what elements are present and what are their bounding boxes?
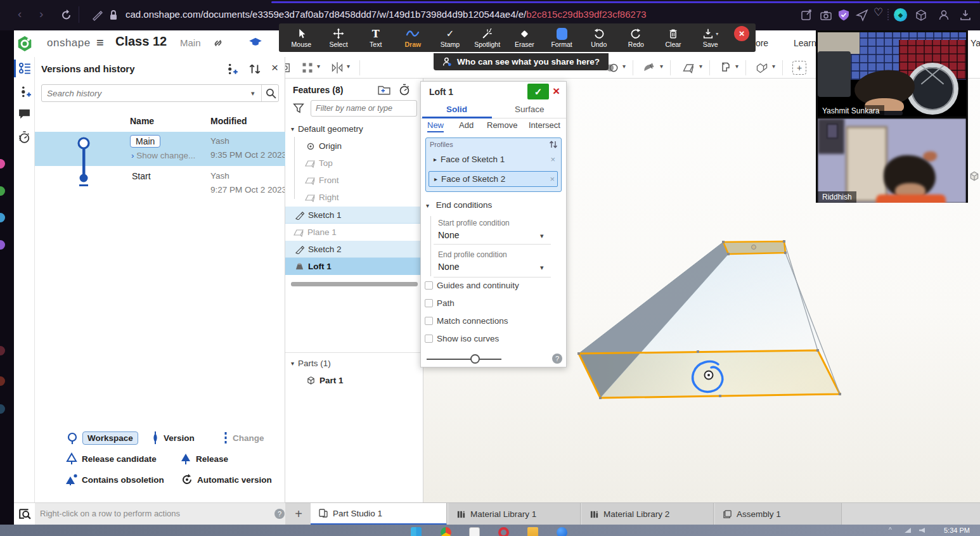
create-version-button[interactable]	[225, 62, 239, 76]
flow-paper-plane-icon[interactable]	[855, 8, 869, 22]
favorites-heart-icon[interactable]: ♡	[874, 6, 883, 19]
snapshot-camera-icon[interactable]	[819, 8, 833, 22]
tree-sketch-2[interactable]: Sketch 2	[285, 241, 423, 258]
close-annotation-toolbar-button[interactable]: ×	[734, 26, 749, 41]
filter-input[interactable]	[316, 103, 412, 114]
share-link-icon[interactable]	[212, 37, 224, 49]
feature-filter-box[interactable]	[311, 100, 417, 117]
opacity-slider-handle[interactable]	[470, 354, 480, 364]
webcam-yashmit[interactable]: Yashmit Sunkara	[818, 32, 966, 117]
app-icon[interactable]	[557, 527, 567, 536]
search-dropdown-caret[interactable]: ▾	[251, 89, 255, 98]
tree-sketch-1[interactable]: Sketch 1	[285, 207, 423, 224]
column-header-modified[interactable]: Modified	[210, 116, 247, 126]
tree-front-plane[interactable]: Front	[285, 172, 423, 189]
view-cube[interactable]	[969, 170, 980, 182]
transform-icon[interactable]	[756, 61, 768, 74]
tool-text[interactable]: T Text	[357, 27, 394, 48]
remove-profile-icon[interactable]: ×	[550, 155, 555, 164]
dropdown-caret[interactable]: ▾	[735, 63, 738, 70]
chevron-right-icon[interactable]: ▸	[434, 175, 437, 182]
guides-checkbox[interactable]	[425, 281, 433, 290]
adblock-shield-icon[interactable]	[837, 8, 851, 22]
tab-solid[interactable]: Solid	[446, 105, 467, 114]
help-icon[interactable]: ?	[274, 509, 285, 519]
opacity-slider-track[interactable]	[427, 359, 501, 360]
tray-volume-icon[interactable]	[919, 528, 925, 533]
match-connections-checkbox[interactable]	[425, 317, 433, 325]
dropdown-caret[interactable]: ▾	[540, 232, 544, 240]
rollback-bar[interactable]	[291, 282, 418, 286]
tool-select[interactable]: Select	[320, 27, 358, 48]
search-icon[interactable]	[265, 87, 277, 99]
mode-remove[interactable]: Remove	[487, 120, 517, 130]
sidebar-app-icon[interactable]	[0, 376, 5, 386]
compare-icon[interactable]	[248, 62, 262, 76]
mode-new[interactable]: New	[427, 120, 444, 132]
remove-profile-icon[interactable]: ×	[550, 174, 555, 184]
dropdown-caret[interactable]: ▾	[772, 63, 775, 70]
chevron-down-icon[interactable]: ▾	[291, 360, 294, 367]
chrome-icon[interactable]	[441, 527, 451, 536]
end-condition-dropdown[interactable]: None	[438, 262, 459, 272]
hamburger-menu-icon[interactable]: ≡	[96, 35, 104, 50]
tool-mouse[interactable]: Mouse	[283, 27, 320, 48]
sidebar-whatsapp-icon[interactable]	[0, 186, 5, 196]
tab-part-studio-1[interactable]: Part Studio 1	[311, 503, 447, 525]
sidebar-app-icon[interactable]	[0, 404, 5, 414]
dropdown-caret[interactable]: ▾	[317, 63, 320, 70]
dropdown-caret[interactable]: ▾	[540, 264, 544, 272]
plane-icon[interactable]	[682, 61, 695, 74]
document-app-icon[interactable]	[469, 527, 480, 536]
rib-icon[interactable]	[719, 61, 732, 74]
sidebar-messenger-icon[interactable]	[0, 159, 5, 169]
show-iso-curves-checkbox[interactable]	[425, 335, 433, 343]
sidebar-instagram-icon[interactable]	[0, 240, 5, 250]
start-condition-dropdown[interactable]: None	[438, 230, 459, 240]
tab-assembly-1[interactable]: Assembly 1	[715, 503, 842, 525]
filter-funnel-icon[interactable]	[293, 103, 304, 114]
tray-wifi-icon[interactable]	[905, 528, 911, 533]
tool-format[interactable]: Format	[543, 27, 581, 48]
mode-add[interactable]: Add	[459, 120, 474, 130]
tool-stamp[interactable]: ✓ Stamp	[432, 27, 469, 48]
download-icon[interactable]	[958, 8, 972, 22]
webcam-riddhish[interactable]: Riddhish	[818, 118, 966, 203]
mirror-icon[interactable]	[331, 61, 344, 74]
profile-item-2[interactable]: ▸ Face of Sketch 2 ×	[429, 171, 558, 187]
tree-plane-1[interactable]: Plane 1	[285, 224, 423, 241]
tool-redo[interactable]: Redo	[617, 27, 655, 48]
help-icon[interactable]: ?	[552, 354, 562, 364]
close-panel-button[interactable]: ×	[271, 61, 278, 75]
cube-icon[interactable]	[914, 8, 928, 22]
browser-reload-button[interactable]	[60, 8, 74, 22]
tray-chevron-icon[interactable]: ^	[889, 526, 892, 533]
feature-history-icon[interactable]	[398, 84, 411, 96]
chevron-right-icon[interactable]: ▸	[434, 156, 437, 163]
extension-icon[interactable]: ◆	[894, 8, 907, 22]
comments-icon[interactable]	[18, 108, 31, 120]
end-conditions-section[interactable]: ▾ End conditions	[426, 200, 492, 210]
profile-item-1[interactable]: ▸ Face of Sketch 1 ×	[429, 151, 558, 167]
dropdown-caret[interactable]: ▾	[699, 63, 702, 70]
tool-spotlight[interactable]: Spotlight	[468, 27, 506, 48]
parts-section-header[interactable]: ▾ Parts (1)	[285, 355, 423, 372]
dropdown-caret[interactable]: ▾	[660, 63, 663, 70]
tool-save[interactable]: ▾ Save	[692, 27, 729, 48]
tab-material-library-1[interactable]: Material Library 1	[449, 503, 581, 525]
versions-history-icon[interactable]	[18, 61, 32, 75]
cancel-button[interactable]: ×	[553, 84, 560, 98]
tool-eraser[interactable]: Eraser	[506, 27, 543, 48]
url-bar[interactable]: cad.onshape.com/documents/e3359e3d7af0ab…	[126, 9, 647, 20]
sort-icon[interactable]	[549, 140, 558, 149]
profiles-selection-box[interactable]: Profiles ▸ Face of Sketch 1 × ▸ Face of …	[425, 137, 562, 192]
part-1-row[interactable]: Part 1	[285, 372, 423, 389]
bookmark-pin-icon[interactable]	[800, 8, 814, 22]
tree-top-plane[interactable]: Top	[285, 155, 423, 172]
chevron-down-icon[interactable]: ▾	[426, 202, 429, 209]
tool-draw[interactable]: Draw	[394, 27, 432, 48]
url-edit-icon[interactable]	[90, 8, 104, 22]
tab-surface[interactable]: Surface	[515, 105, 545, 114]
sidebar-app-icon[interactable]	[0, 346, 5, 355]
tab-material-library-2[interactable]: Material Library 2	[582, 503, 714, 525]
